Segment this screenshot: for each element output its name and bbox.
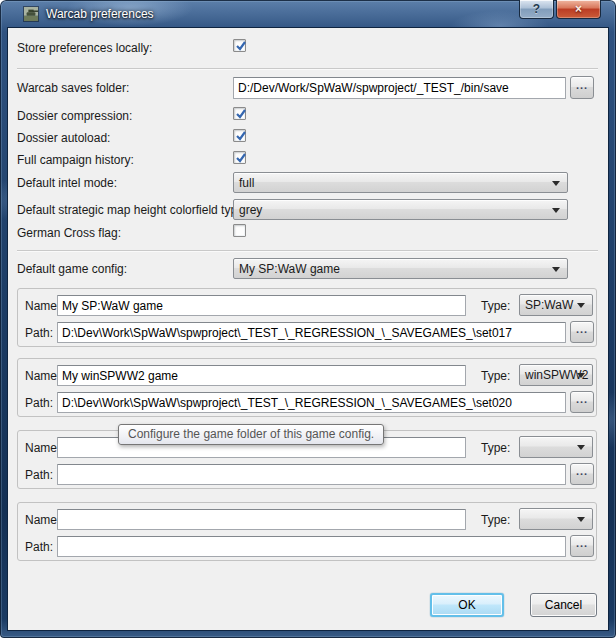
game-config-type-select[interactable] [519,508,593,530]
saves-folder-input[interactable] [233,77,566,99]
separator [17,250,598,251]
path-label: Path: [25,540,53,554]
type-label: Type: [481,299,510,313]
tooltip: Configure the game folder of this game c… [118,424,384,445]
game-config-path-browse-button[interactable]: ... [570,535,594,557]
strategic-map-colorfield-value: grey [239,203,262,217]
path-label: Path: [25,326,53,340]
window-icon [23,6,39,22]
chevron-down-icon [577,445,585,450]
type-label: Type: [481,513,510,527]
game-config-group-4: Name: Type: Path: ... [17,502,597,561]
path-label: Path: [25,468,53,482]
dossier-compression-checkbox[interactable] [233,107,246,120]
dossier-autoload-checkbox[interactable] [233,129,246,142]
intel-mode-select[interactable]: full [233,172,568,193]
chevron-down-icon [552,181,560,186]
game-config-type-value: SP:WaW [525,298,573,312]
intel-mode-label: Default intel mode: [17,176,117,190]
game-config-type-select[interactable]: winSPWW2 [519,364,593,386]
chevron-down-icon [552,267,560,272]
chevron-down-icon [577,303,585,308]
game-config-name-input[interactable] [57,365,466,386]
separator [17,68,598,69]
chevron-down-icon [577,373,585,378]
name-label: Name: [25,441,60,455]
dossier-autoload-label: Dossier autoload: [17,131,110,145]
strategic-map-colorfield-label: Default strategic map height colorfield … [17,203,247,217]
game-config-type-select[interactable] [519,436,593,458]
type-label: Type: [481,441,510,455]
name-label: Name: [25,299,60,313]
dossier-compression-label: Dossier compression: [17,109,132,123]
game-config-path-input[interactable] [57,322,566,343]
game-config-group-2: Name: Type: winSPWW2 Path: ... [17,358,597,417]
name-label: Name: [25,369,60,383]
window-title: Warcab preferences [46,7,154,21]
game-config-name-input[interactable] [57,509,466,530]
game-config-path-browse-button[interactable]: ... [570,321,594,343]
saves-folder-browse-button[interactable]: ... [570,76,594,99]
game-config-group-1: Name: Type: SP:WaW Path: ... [17,288,597,347]
ok-button[interactable]: OK [430,593,504,617]
game-config-path-input[interactable] [57,464,566,485]
chevron-down-icon [577,517,585,522]
full-campaign-history-checkbox[interactable] [233,151,246,164]
strategic-map-colorfield-select[interactable]: grey [233,199,568,220]
name-label: Name: [25,513,60,527]
default-game-config-label: Default game config: [17,262,127,276]
intel-mode-value: full [239,176,254,190]
close-icon: × [575,2,582,16]
store-preferences-checkbox[interactable] [233,39,246,52]
full-campaign-history-label: Full campaign history: [17,153,134,167]
cancel-button[interactable]: Cancel [530,593,597,617]
german-cross-flag-checkbox[interactable] [233,224,246,237]
game-config-path-browse-button[interactable]: ... [570,463,594,485]
default-game-config-select[interactable]: My SP:WaW game [233,258,568,279]
help-button[interactable]: ? [519,0,554,19]
saves-folder-label: Warcab saves folder: [17,81,129,95]
game-config-name-input[interactable] [57,295,466,316]
game-config-path-input[interactable] [57,392,566,413]
german-cross-flag-label: German Cross flag: [17,226,121,240]
close-button[interactable]: × [556,0,601,19]
game-config-path-browse-button[interactable]: ... [570,391,594,413]
help-icon: ? [533,2,540,16]
title-bar[interactable]: Warcab preferences ? × [0,0,616,28]
store-preferences-label: Store preferences locally: [17,41,152,55]
default-game-config-value: My SP:WaW game [239,262,340,276]
game-config-type-select[interactable]: SP:WaW [519,294,593,316]
type-label: Type: [481,369,510,383]
dialog-body: Store preferences locally: Warcab saves … [8,28,608,630]
game-config-path-input[interactable] [57,536,566,557]
path-label: Path: [25,396,53,410]
chevron-down-icon [552,208,560,213]
preferences-dialog: Warcab preferences ? × Store preferences… [0,0,616,638]
